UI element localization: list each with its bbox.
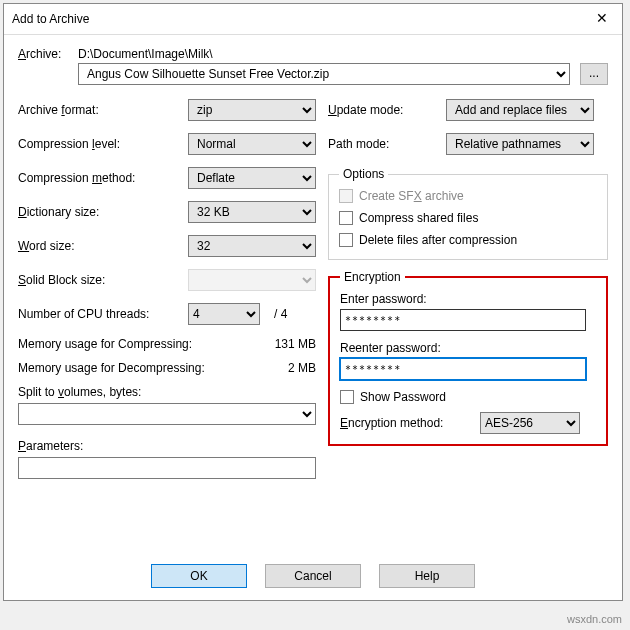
- compress-shared-checkbox[interactable]: [339, 211, 353, 225]
- options-group: Options Create SFX archive Compress shar…: [328, 167, 608, 260]
- options-legend: Options: [339, 167, 388, 181]
- archive-path: D:\Document\Image\Milk\: [78, 47, 213, 61]
- mem-compress-label: Memory usage for Compressing:: [18, 337, 192, 351]
- watermark: wsxdn.com: [567, 613, 622, 625]
- sfx-label: Create SFX archive: [359, 189, 464, 203]
- archive-label: Archive:: [18, 47, 78, 61]
- split-volumes-label: Split to volumes, bytes:: [18, 385, 328, 399]
- left-column: Archive format: zip Compression level: N…: [18, 99, 328, 479]
- cpu-threads-label: Number of CPU threads:: [18, 307, 188, 321]
- reenter-password-input[interactable]: [340, 358, 586, 380]
- encryption-method-select[interactable]: AES-256: [480, 412, 580, 434]
- encryption-group: Encryption Enter password: Reenter passw…: [328, 270, 608, 446]
- dialog-buttons: OK Cancel Help: [4, 564, 622, 588]
- parameters-input[interactable]: [18, 457, 316, 479]
- path-mode-label: Path mode:: [328, 137, 446, 151]
- archive-format-label: Archive format:: [18, 103, 188, 117]
- right-column: Update mode: Add and replace files Path …: [328, 99, 608, 479]
- delete-after-checkbox[interactable]: [339, 233, 353, 247]
- cpu-threads-select[interactable]: 4: [188, 303, 260, 325]
- window-title: Add to Archive: [12, 12, 89, 26]
- ok-button[interactable]: OK: [151, 564, 247, 588]
- dictionary-size-select[interactable]: 32 KB: [188, 201, 316, 223]
- enter-password-input[interactable]: [340, 309, 586, 331]
- show-password-label: Show Password: [360, 390, 446, 404]
- path-mode-select[interactable]: Relative pathnames: [446, 133, 594, 155]
- mem-decompress-label: Memory usage for Decompressing:: [18, 361, 205, 375]
- browse-button[interactable]: ...: [580, 63, 608, 85]
- help-button[interactable]: Help: [379, 564, 475, 588]
- parameters-label: Parameters:: [18, 439, 328, 453]
- split-volumes-select[interactable]: [18, 403, 316, 425]
- enter-password-label: Enter password:: [340, 292, 596, 306]
- cancel-button[interactable]: Cancel: [265, 564, 361, 588]
- update-mode-select[interactable]: Add and replace files: [446, 99, 594, 121]
- encryption-legend: Encryption: [340, 270, 405, 284]
- close-icon[interactable]: ✕: [590, 9, 614, 29]
- cpu-threads-max: / 4: [274, 307, 287, 321]
- word-size-label: Word size:: [18, 239, 188, 253]
- archive-format-select[interactable]: zip: [188, 99, 316, 121]
- compression-level-select[interactable]: Normal: [188, 133, 316, 155]
- archive-name-select[interactable]: Angus Cow Silhouette Sunset Free Vector.…: [78, 63, 570, 85]
- word-size-select[interactable]: 32: [188, 235, 316, 257]
- mem-decompress-value: 2 MB: [288, 361, 316, 375]
- solid-block-label: Solid Block size:: [18, 273, 188, 287]
- titlebar: Add to Archive ✕: [4, 4, 622, 35]
- compression-method-select[interactable]: Deflate: [188, 167, 316, 189]
- delete-after-label: Delete files after compression: [359, 233, 517, 247]
- compress-shared-label: Compress shared files: [359, 211, 478, 225]
- sfx-checkbox: [339, 189, 353, 203]
- compression-method-label: Compression method:: [18, 171, 188, 185]
- mem-compress-value: 131 MB: [275, 337, 316, 351]
- reenter-password-label: Reenter password:: [340, 341, 596, 355]
- show-password-checkbox[interactable]: [340, 390, 354, 404]
- compression-level-label: Compression level:: [18, 137, 188, 151]
- add-to-archive-dialog: Add to Archive ✕ Archive: D:\Document\Im…: [3, 3, 623, 601]
- solid-block-select: [188, 269, 316, 291]
- update-mode-label: Update mode:: [328, 103, 446, 117]
- encryption-method-label: Encryption method:: [340, 416, 480, 430]
- dictionary-size-label: Dictionary size:: [18, 205, 188, 219]
